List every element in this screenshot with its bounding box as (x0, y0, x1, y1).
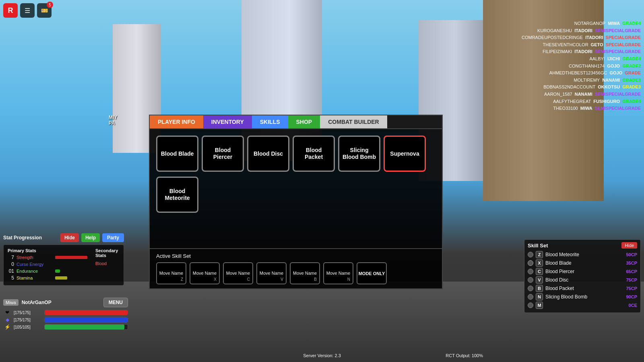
player-list: NOTARGANOP MIWA GRADE4 KUROGANESHU ITADO… (522, 20, 641, 112)
primary-stats-title: Primary Stats (8, 248, 87, 253)
move-btn-v[interactable]: Move Name V (256, 262, 287, 284)
skill-blood-disc[interactable]: Blood Disc (247, 136, 289, 172)
strength-bar (55, 256, 87, 259)
ss-name-c: Blood Piercer (545, 269, 623, 274)
ce-bar-row: ◆ [175/175] (3, 317, 128, 323)
player-username: NotArGanOP (22, 300, 100, 305)
ss-name-v: Blood Disc (545, 277, 623, 283)
stat-row-endurance: 01 Endurance (8, 268, 87, 274)
mode-only-button[interactable]: MODE ONLY (357, 262, 387, 284)
stat-columns: Primary Stats 7 Strength 0 Curse Energy … (8, 248, 120, 282)
tab-skills[interactable]: SKILLS (252, 115, 288, 128)
stat-hide-button[interactable]: Hide (60, 233, 79, 242)
player-name-row: Miwa NotArGanOP MENU (3, 298, 128, 307)
endurance-label: Endurance (17, 269, 53, 274)
skill-set-row-z: Z Blood Meteorite 50CP (528, 251, 637, 258)
skill-blood-blade[interactable]: Blood Blade (156, 136, 198, 172)
move-name-c: Move Name (226, 271, 250, 276)
move-btn-c[interactable]: Move Name C (223, 262, 253, 284)
move-name-b: Move Name (293, 271, 317, 276)
party-button[interactable]: Party (102, 233, 124, 242)
move-btn-z[interactable]: Move Name Z (156, 262, 186, 284)
ce-bar-inner (45, 317, 128, 322)
move-name-n: Move Name (326, 271, 350, 276)
skills-grid-row2: Blood Meteorite (156, 177, 436, 213)
move-btn-x[interactable]: Move Name X (190, 262, 220, 284)
tab-player-info[interactable]: PLAYER INFO (150, 115, 203, 128)
player-row: KUROGANESHU ITADORI SEMISPECIALGRADE (522, 27, 641, 35)
skill-set-hide-button[interactable]: Hide (621, 242, 637, 249)
player-row: NOTARGANOP MIWA GRADE4 (522, 20, 641, 27)
skill-set-row-b: B Blood Packet 75CP (528, 285, 637, 292)
skill-set-row-m: M 0CE (528, 302, 637, 309)
skills-grid: Blood Blade Blood Piercer Blood Disc Blo… (156, 136, 436, 172)
ss-dot-m (528, 302, 533, 308)
move-key-b: B (314, 277, 317, 282)
player-row: FILIPEIZIMAKI ITADORI SEMISPECIALGRADE (522, 48, 641, 56)
badge-button[interactable]: 🎫 5 (37, 3, 52, 18)
skill-slicing-blood-bomb[interactable]: Slicing Blood Bomb (338, 136, 380, 172)
menu-button[interactable]: MENU (103, 298, 128, 307)
secondary-blood-label: Blood (95, 261, 107, 266)
move-key-x: X (214, 277, 217, 282)
move-name-x: Move Name (193, 271, 217, 276)
stat-box: Primary Stats 7 Strength 0 Curse Energy … (3, 245, 124, 286)
move-btn-n[interactable]: Move Name N (323, 262, 353, 284)
st-bar-inner (45, 325, 124, 329)
stamina-label: Stamina (17, 276, 53, 280)
secondary-stats-title: Secondary Stats (95, 248, 120, 258)
move-key-n: N (347, 277, 350, 282)
ss-key-c: C (536, 268, 543, 275)
ss-dot-v (528, 277, 533, 283)
ss-dot-n (528, 294, 533, 300)
move-name-z: Move Name (159, 271, 183, 276)
move-key-c: C (247, 277, 250, 282)
ss-dot-z (528, 252, 533, 257)
endurance-value: 01 (8, 268, 14, 274)
main-panel: PLAYER INFO INVENTORY SKILLS SHOP COMBAT… (149, 115, 443, 289)
tab-inventory[interactable]: INVENTORY (203, 115, 252, 128)
st-label: [105/105] (14, 325, 42, 329)
stat-row-ce: 0 Curse Energy (8, 261, 87, 267)
stat-help-button[interactable]: Help (81, 233, 100, 242)
move-key-z: Z (181, 277, 183, 282)
stat-progression-title: Stat Progression (3, 235, 58, 241)
skill-blood-meteorite[interactable]: Blood Meteorite (156, 177, 198, 213)
roblox-topbar: R ☰ 🎫 5 (3, 3, 52, 18)
move-btn-b[interactable]: Move Name B (290, 262, 320, 284)
skill-set-panel: Skill Set Hide Z Blood Meteorite 50CP X … (524, 239, 641, 313)
player-row: MOLTIREMY NANAMI GRADE3 (522, 77, 641, 84)
skill-set-row-x: X Blood Blade 35CP (528, 259, 637, 267)
ce-icon: ◆ (3, 317, 11, 323)
ss-key-n: N (536, 293, 543, 300)
ss-cp-n: 90CP (626, 294, 637, 299)
player-row: AALFYTHEGREAT FUSHIGURO GRADE4 (522, 98, 641, 105)
ce-value: 0 (8, 261, 14, 267)
player-row: CONGTHANH174 GOJO GRADE2 (522, 63, 641, 70)
ce-label: Curse Energy (17, 262, 53, 267)
ss-name-x: Blood Blade (545, 260, 623, 266)
skill-supernova[interactable]: Supernova (384, 136, 426, 172)
hp-bar-row: ❤ [175/175] (3, 310, 128, 315)
stamina-bar (55, 276, 67, 280)
ss-name-b: Blood Packet (545, 286, 623, 291)
ss-dot-b (528, 286, 533, 291)
ss-key-z: Z (536, 251, 543, 258)
strength-value: 7 (8, 255, 14, 260)
skill-blood-piercer[interactable]: Blood Piercer (202, 136, 244, 172)
health-bars: ❤ [175/175] ◆ [175/175] ⚡ [105/105] (3, 310, 128, 330)
tab-shop[interactable]: SHOP (288, 115, 320, 128)
player-row: THEO33100 MIWA SEMISPECIALGRADE (522, 105, 641, 112)
st-bar-outer (44, 324, 128, 330)
player-row: THESEVENTHCOLOR GETO SPECIALGRADE (522, 41, 641, 49)
ss-key-m: M (536, 302, 543, 309)
skill-blood-packet[interactable]: Blood Packet (293, 136, 335, 172)
st-icon: ⚡ (3, 324, 11, 330)
tab-combat-builder[interactable]: COMBAT BUILDER (320, 115, 387, 128)
hamburger-menu-button[interactable]: ☰ (20, 3, 35, 18)
ce-bar-outer (44, 317, 128, 323)
ss-cp-x: 35CP (626, 261, 637, 265)
mode-only-label: MODE ONLY (359, 271, 385, 276)
skill-set-row-v: V Blood Disc 75CP (528, 276, 637, 284)
player-tag: Miwa (3, 299, 19, 306)
